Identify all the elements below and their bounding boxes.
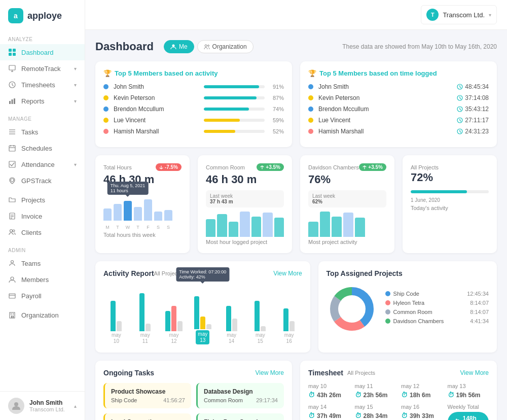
gray-bar-may11 [146,324,151,331]
legend-time-ship: 12:45:34 [467,291,489,297]
topbar: T Transcom Ltd. ▾ [85,0,507,30]
timesheet-view-more[interactable]: View More [460,369,489,376]
act-col-may16: may16 [276,291,302,344]
org-selector[interactable]: T Transcom Ltd. ▾ [421,5,497,24]
ts-date-may12: may 12 [401,383,443,389]
logo-text: apploye [27,11,62,21]
legend-dot-ship [385,291,390,296]
all-projects-label: All Projects [411,164,439,170]
activity-member-row: Kevin Peterson 87% [103,94,284,101]
gray-bar-may13 [206,324,211,329]
top-activity-card: 🏆 Top 5 Members based on activity John S… [95,61,292,147]
member-name: Brendon Mccullum [114,106,199,113]
legend-time-common: 8:14:07 [470,309,489,315]
ts-may15: may 15 ⏱ 28h 34m [355,404,396,420]
sidebar-item-dashboard[interactable]: Dashboard [0,44,85,60]
act-bar-may16 [283,291,295,331]
act-bar-may15 [255,291,266,331]
main-content: T Transcom Ltd. ▾ Dashboard Me Organizat… [85,0,507,420]
sidebar-label-tasks: Tasks [21,128,38,136]
member-dot [103,95,108,100]
task-meta-2: Common Room 29:17:34 [204,397,278,403]
svg-rect-10 [14,98,15,104]
member-dot [308,84,313,89]
sidebar-label-dashboard: Dashboard [21,49,54,56]
ts-date-may16: may 16 [401,404,443,410]
davidson-lastweek-label: Last week [312,193,382,199]
tab-me[interactable]: Me [164,40,194,53]
ts-may12: may 12 ⏱ 18h 6m [401,383,443,399]
member-name: Hamish Marshall [318,128,452,135]
tasks-header: Ongoing Tasks View More [103,369,284,377]
legend-dot-hyleon [385,300,390,305]
sidebar-item-reports[interactable]: Reports ▾ [0,93,85,109]
tasks-view-more[interactable]: View More [256,369,284,376]
sidebar-item-clients[interactable]: Clients [0,224,85,240]
sidebar-item-invoice[interactable]: Invoice [0,208,85,224]
act-bar-may11 [139,291,151,331]
legend-label-davidson: Davidson Chambers [393,318,444,324]
sidebar-label-payroll: Payroll [21,292,42,300]
teal-bar-may10 [111,301,116,331]
member-bar [204,96,265,99]
label-S2: S [164,225,172,230]
sidebar-item-organization[interactable]: Organization [0,307,85,323]
bar-labels: M T W T F S S [103,225,182,230]
activity-chart-area: may10 may11 [103,284,302,344]
ts-date-may11: may 11 [355,383,396,389]
sidebar-item-tasks[interactable]: Tasks [0,124,85,140]
member-dot [103,107,108,112]
teal-bar-may12 [165,311,170,331]
bar-S1 [154,212,162,221]
bar-tooltip: Thu. Aug 5, 2021 11 hours [107,182,149,195]
sidebar-item-projects[interactable]: Projects [0,192,85,208]
member-dot [103,84,108,89]
sidebar-item-gpstrack[interactable]: GPSTrack [0,172,85,189]
payroll-icon [8,292,16,300]
map-pin-icon [8,177,16,185]
sidebar-item-members[interactable]: Members [0,271,85,288]
sidebar-item-remotetrack[interactable]: RemoteTrack ▾ [0,60,85,77]
yellow-bar-may13 [200,317,205,329]
member-time: 24:31:23 [457,128,489,135]
bar-T [114,204,122,221]
sidebar-item-timesheets[interactable]: Timesheets ▾ [0,77,85,93]
member-pct: 59% [270,117,284,123]
timesheet-header: Timesheet All Projects View More [308,369,489,377]
tasks-title: Ongoing Tasks [103,369,154,377]
date-range: These data are showed from May 10th to M… [342,43,497,50]
common-room-card: Common Room +3.5% 46 h 30 m Last week 37… [198,155,292,253]
arrow-up-icon [260,165,264,169]
svg-rect-34 [13,313,14,314]
sidebar-item-attendance[interactable]: Attendance ▾ [0,156,85,172]
legend-dot-davidson [385,319,390,324]
member-name: Brendon Mccullum [318,106,452,113]
sidebar-label-projects: Projects [21,196,45,204]
label-T2: T [134,225,142,230]
svg-rect-2 [9,53,12,56]
tooltip-activity: Activity: 42% [179,274,226,279]
task-meta-1: Ship Code 41:56:27 [111,397,185,403]
svg-point-19 [11,179,14,182]
sidebar-label-remotetrack: RemoteTrack [21,65,61,73]
gray-bar-may10 [117,321,122,331]
tab-organization[interactable]: Organization [197,40,254,53]
sidebar-label-clients: Clients [21,229,42,236]
sidebar-item-teams[interactable]: Teams [0,255,85,271]
sidebar-user[interactable]: John Smith Transcom Ltd. ▴ [0,391,85,420]
trophy-icon: 🏆 [103,69,112,77]
org-tab-icon [204,44,210,50]
title-tabs: Dashboard Me Organization [95,40,254,53]
activity-view-more[interactable]: View More [273,270,302,277]
task-name-1: Product Showcase [111,388,185,395]
sidebar-label-gpstrack: GPSTrack [21,177,51,185]
sidebar-item-payroll[interactable]: Payroll [0,288,85,304]
member-dot [103,129,108,134]
svg-point-38 [207,45,209,47]
sidebar-label-attendance: Attendance [21,161,55,168]
time-member-row: Kevin Peterson 37:14:08 [308,94,489,101]
sidebar-item-schedules[interactable]: Schedules [0,140,85,156]
date-may14: may14 [227,332,236,344]
clock2-icon: ⏱ [355,391,361,399]
sidebar-label-members: Members [21,276,49,284]
